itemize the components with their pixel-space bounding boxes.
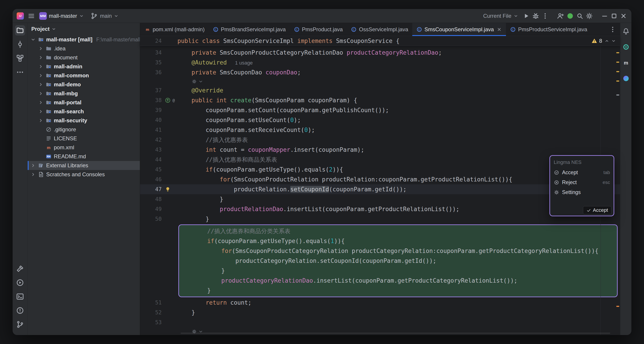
tree-item-gitignore[interactable]: .gitignore bbox=[28, 125, 140, 134]
maven-tool-button[interactable]: m bbox=[621, 58, 631, 68]
code-line-51[interactable]: 51return count; bbox=[140, 298, 620, 308]
project-selector[interactable]: MM mall-master bbox=[37, 11, 86, 21]
lingma-tool-button[interactable] bbox=[621, 73, 631, 84]
project-panel-header[interactable]: Project bbox=[28, 23, 140, 35]
chevron-down-icon[interactable] bbox=[30, 37, 36, 42]
stripe-mark[interactable] bbox=[616, 52, 619, 53]
code-line-36[interactable]: 36private SmsCouponDao couponDao; bbox=[140, 67, 620, 77]
code-line-41[interactable]: 41couponParam.setReceiveCount(0); bbox=[140, 125, 620, 135]
build-tool-button[interactable] bbox=[15, 264, 25, 274]
stripe-mark[interactable] bbox=[616, 80, 619, 82]
nes-item-reject[interactable]: Rejectesc bbox=[554, 177, 610, 187]
ai-tool-button[interactable] bbox=[621, 42, 631, 52]
maximize-button[interactable] bbox=[610, 12, 618, 20]
ai-suggestion-block[interactable]: //插入优惠券和商品分类关系表if(couponParam.getUseType… bbox=[178, 224, 618, 297]
chevron-right-icon[interactable] bbox=[38, 100, 44, 105]
nes-accept-button[interactable]: Accept bbox=[583, 206, 611, 214]
code-line-44[interactable]: 44//插入优惠券和商品关系表 bbox=[140, 155, 620, 165]
code-line-37[interactable]: 37@Override bbox=[140, 85, 620, 95]
code-line-53[interactable]: 53 bbox=[140, 318, 620, 327]
stripe-mark[interactable] bbox=[616, 71, 619, 72]
error-stripe[interactable] bbox=[616, 23, 619, 335]
stripe-mark[interactable] bbox=[616, 306, 619, 307]
gutter[interactable] bbox=[165, 184, 178, 194]
minimize-button[interactable] bbox=[601, 12, 608, 20]
search-icon[interactable] bbox=[576, 12, 584, 20]
nes-item-accept[interactable]: Accepttab bbox=[554, 168, 610, 177]
tree-item-mall-security[interactable]: mall-security bbox=[28, 116, 140, 125]
code-line-34[interactable]: 34private SmsCouponProductCategoryRelati… bbox=[140, 48, 620, 58]
chevron-right-icon[interactable] bbox=[30, 163, 36, 168]
horizontal-scrollbar[interactable] bbox=[180, 333, 610, 334]
user-status-dot[interactable] bbox=[568, 13, 573, 19]
chevron-down-icon[interactable] bbox=[611, 38, 616, 43]
close-button[interactable] bbox=[620, 12, 627, 20]
hamburger-menu-icon[interactable] bbox=[28, 12, 35, 20]
tree-item-mall-mbg[interactable]: mall-mbg bbox=[28, 89, 140, 98]
chevron-right-icon[interactable] bbox=[38, 64, 44, 69]
chevron-right-icon[interactable] bbox=[38, 82, 44, 87]
project-tool-button[interactable] bbox=[15, 25, 25, 35]
tree-item-readme-md[interactable]: README.md bbox=[28, 152, 140, 161]
tree-item-external-libraries[interactable]: External Libraries bbox=[28, 161, 140, 170]
tree-item-mall-admin[interactable]: mall-admin bbox=[28, 62, 140, 71]
code-line-39[interactable]: 39couponParam.setCount(couponParam.getPu… bbox=[140, 105, 620, 115]
commit-tool-button[interactable] bbox=[15, 39, 25, 49]
services-tool-button[interactable] bbox=[15, 277, 25, 288]
settings-gear-icon[interactable] bbox=[586, 12, 593, 20]
code-line-48[interactable]: 48} bbox=[140, 194, 620, 204]
tab-options-icon[interactable] bbox=[609, 26, 616, 33]
run-configuration-selector[interactable]: Current File bbox=[481, 12, 520, 20]
structure-tool-button[interactable] bbox=[15, 53, 25, 63]
branch-selector[interactable]: main bbox=[88, 11, 121, 21]
code-line-47[interactable]: 47productRelation.setCouponId(couponPara… bbox=[140, 184, 620, 194]
more-tool-button[interactable] bbox=[15, 67, 25, 77]
chevron-right-icon[interactable] bbox=[38, 46, 44, 51]
notifications-tool-button[interactable] bbox=[621, 26, 631, 36]
run-button[interactable] bbox=[522, 12, 530, 20]
code-line-45[interactable]: 45if(couponParam.getUseType().equals(2))… bbox=[140, 165, 620, 174]
tab-pmsproductserviceimpl-java[interactable]: CPmsProductServiceImpl.java bbox=[506, 23, 591, 36]
nes-item-settings[interactable]: Settings bbox=[554, 187, 610, 197]
code-line-43[interactable]: 43int count = couponMapper.insert(coupon… bbox=[140, 145, 620, 155]
debug-button[interactable] bbox=[532, 12, 540, 20]
code-line-50[interactable]: 50} bbox=[140, 214, 620, 224]
more-actions-icon[interactable] bbox=[541, 12, 549, 20]
tab-close-icon[interactable] bbox=[496, 27, 502, 32]
tab-pom-xml-mall-admin[interactable]: mpom.xml (mall-admin) bbox=[140, 23, 209, 36]
tree-item-idea[interactable]: .idea bbox=[28, 44, 140, 53]
tree-item-mall-demo[interactable]: mall-demo bbox=[28, 80, 140, 89]
code-line-42[interactable]: 42//插入优惠券表 bbox=[140, 135, 620, 145]
chevron-up-icon[interactable] bbox=[604, 38, 609, 43]
code-line-38[interactable]: 38@public int create(SmsCouponParam coup… bbox=[140, 95, 620, 105]
chevron-right-icon[interactable] bbox=[38, 73, 44, 78]
tree-item-scratches-and-consoles[interactable]: Scratches and Consoles bbox=[28, 170, 140, 179]
chevron-right-icon[interactable] bbox=[30, 172, 36, 177]
tree-item-mall-master-mall[interactable]: mall-master [mall]F:\mall-master\mall-ma… bbox=[28, 35, 140, 44]
code-editor[interactable]: 34private SmsCouponProductCategoryRelati… bbox=[140, 46, 620, 335]
code-line-46[interactable]: 46for(SmsCouponProductRelation productRe… bbox=[140, 174, 620, 184]
code-line-49[interactable]: 49productRelationDao.insertList(couponPa… bbox=[140, 204, 620, 214]
tab-smscouponserviceimpl-java[interactable]: CSmsCouponServiceImpl.java bbox=[412, 23, 506, 36]
code-line-40[interactable]: 40couponParam.setUseCount(0); bbox=[140, 115, 620, 125]
chevron-right-icon[interactable] bbox=[38, 55, 44, 60]
stripe-mark[interactable] bbox=[616, 62, 619, 63]
chevron-right-icon[interactable] bbox=[38, 109, 44, 114]
add-collaborator-icon[interactable] bbox=[557, 12, 564, 20]
tree-item-mall-portal[interactable]: mall-portal bbox=[28, 98, 140, 107]
code-line-52[interactable]: 52} bbox=[140, 308, 620, 318]
code-line-35[interactable]: 35@Autowired1 usage bbox=[140, 58, 620, 67]
tree-item-pom-xml[interactable]: mpom.xml bbox=[28, 143, 140, 152]
stripe-mark[interactable] bbox=[616, 94, 619, 96]
gutter[interactable]: @ bbox=[165, 95, 178, 105]
tree-item-mall-search[interactable]: mall-search bbox=[28, 107, 140, 116]
tree-item-document[interactable]: document bbox=[28, 53, 140, 62]
tab-ossserviceimpl-java[interactable]: COssServiceImpl.java bbox=[347, 23, 412, 36]
git-tool-button[interactable] bbox=[15, 319, 25, 330]
inspections-widget[interactable]: 8 bbox=[591, 36, 616, 46]
tab-pmsbrandserviceimpl-java[interactable]: CPmsBrandServiceImpl.java bbox=[209, 23, 290, 36]
terminal-tool-button[interactable] bbox=[15, 291, 25, 302]
tab-pmsproduct-java[interactable]: CPmsProduct.java bbox=[290, 23, 347, 36]
tree-item-mall-common[interactable]: mall-common bbox=[28, 71, 140, 80]
problems-tool-button[interactable] bbox=[15, 305, 25, 316]
